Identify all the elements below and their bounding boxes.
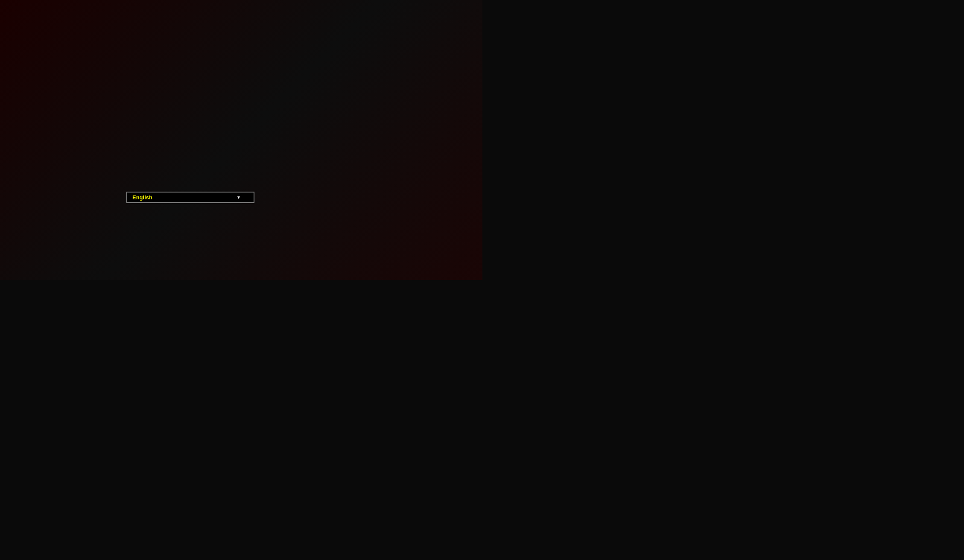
- system-language-value: English: [132, 194, 152, 201]
- system-language-dropdown[interactable]: English ▼: [126, 192, 254, 203]
- background: [0, 0, 482, 280]
- bios-ui: ROG UEFI BIOS Utility – Advanced Mode 05…: [0, 0, 482, 280]
- dropdown-arrow-icon: ▼: [237, 195, 241, 200]
